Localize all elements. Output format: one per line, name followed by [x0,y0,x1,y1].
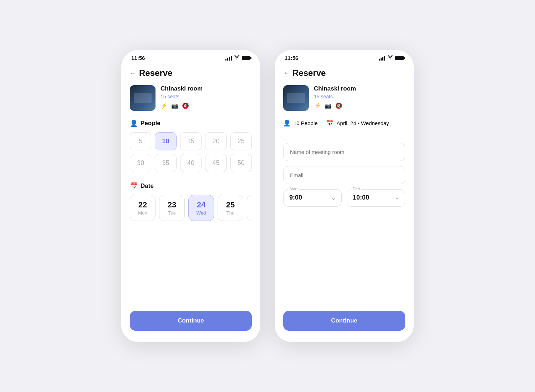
wifi-icon [234,55,240,61]
status-time-2: 11:56 [285,55,298,61]
bluetooth-icon: ⚡ [160,102,168,109]
start-time-value: 9:00 [289,194,302,201]
phone-screen-1: 11:56 ← Reserve [121,50,260,342]
room-card-2: Chinaski room 15 seats ⚡ 📷 🔇 [283,85,405,111]
phone2-content: ← Reserve Chinaski room 15 seats ⚡ 📷 🔇 [275,64,414,342]
page-title-1: Reserve [139,68,172,78]
people-option-45[interactable]: 45 [205,154,226,172]
date-day-tue: Tue [165,210,179,216]
page-title-2: Reserve [292,68,326,78]
people-option-50[interactable]: 50 [230,154,252,172]
phone-screen-2: 11:56 ← Reserve [275,50,414,342]
date-info-icon: 📅 [326,119,334,127]
date-number-24: 24 [194,200,208,210]
date-option-partial[interactable]: 2 F [247,195,252,221]
room-name-2: Chinaski room [314,85,405,92]
date-info-text: April, 24 - Wednesday [337,120,389,126]
battery-icon-2 [395,56,404,60]
continue-button-2[interactable]: Continue [283,311,405,331]
date-day-thu: Thu [224,210,237,216]
signal-icon-2 [379,56,385,61]
date-number-23: 23 [165,200,179,210]
end-time-group: End 10:00 ⌄ [347,189,405,207]
date-option-24[interactable]: 24 Wed [188,195,214,221]
status-bar-2: 11:56 [275,50,414,64]
room-amenities-1: ⚡ 📷 🔇 [160,102,252,109]
start-label: Start [288,187,299,191]
people-option-20[interactable]: 20 [205,132,226,150]
time-row: Start 9:00 ⌄ End 10:00 ⌄ [283,189,405,207]
end-chevron-icon[interactable]: ⌄ [395,195,399,201]
date-section-label: 📅 Date [130,182,252,190]
divider [283,137,405,137]
mute-icon: 🔇 [182,102,189,109]
bluetooth-icon-2: ⚡ [314,102,321,109]
date-info: 📅 April, 24 - Wednesday [326,119,389,127]
signal-icon [225,56,232,61]
status-icons-1 [225,55,250,61]
date-day-wed: Wed [194,210,208,216]
calendar-icon: 📅 [130,182,138,190]
meeting-room-name-input[interactable] [283,143,405,161]
people-option-40[interactable]: 40 [180,154,202,172]
date-scroll: 22 Mon 23 Tue 24 Wed 25 Thu 2 F [130,195,252,222]
continue-button-1[interactable]: Continue [130,311,252,331]
mute-icon-2: 🔇 [335,102,342,109]
people-option-30[interactable]: 30 [130,154,151,172]
date-number-25: 25 [224,200,237,210]
status-time-1: 11:56 [131,55,145,61]
date-number-22: 22 [136,200,149,210]
status-bar-1: 11:56 [121,50,260,64]
people-option-15[interactable]: 15 [180,132,202,150]
room-info-1: Chinaski room 15 seats ⚡ 📷 🔇 [160,85,252,109]
room-card-1: Chinaski room 15 seats ⚡ 📷 🔇 [130,85,252,111]
people-grid: 5 10 15 20 25 30 35 40 45 50 [130,132,252,172]
room-amenities-2: ⚡ 📷 🔇 [314,102,405,109]
people-option-10[interactable]: 10 [155,132,176,150]
start-chevron-icon[interactable]: ⌄ [331,195,336,201]
start-time-group: Start 9:00 ⌄ [283,189,342,207]
date-day-mon: Mon [136,210,149,216]
end-time-value: 10:00 [353,194,369,201]
email-input[interactable] [283,166,405,184]
battery-icon [242,56,250,60]
back-arrow-icon-2[interactable]: ← [283,69,290,77]
people-info: 👤 10 People [283,119,318,127]
people-option-5[interactable]: 5 [130,132,151,150]
back-nav-1: ← Reserve [130,68,252,78]
person-icon: 👤 [130,119,138,127]
room-image-1 [130,85,156,111]
room-info-2: Chinaski room 15 seats ⚡ 📷 🔇 [314,85,405,109]
people-info-icon: 👤 [283,119,291,127]
date-option-23[interactable]: 23 Tue [159,195,185,221]
room-seats-2: 15 seats [314,94,405,99]
info-row: 👤 10 People 📅 April, 24 - Wednesday [283,119,405,127]
room-name-1: Chinaski room [160,85,252,92]
people-option-25[interactable]: 25 [230,132,252,150]
room-image-2 [283,85,309,111]
people-section-label: 👤 People [130,119,252,127]
people-info-text: 10 People [294,120,318,126]
back-nav-2: ← Reserve [283,68,405,78]
phone1-content: ← Reserve Chinaski room 15 seats ⚡ 📷 🔇 [121,64,260,342]
camera-icon: 📷 [171,102,178,109]
date-option-25[interactable]: 25 Thu [218,195,243,221]
wifi-icon-2 [387,55,393,61]
end-label: End [351,187,361,191]
status-icons-2 [379,55,404,61]
people-option-35[interactable]: 35 [155,154,176,172]
camera-icon-2: 📷 [325,102,332,109]
room-seats-1: 15 seats [160,94,252,99]
back-arrow-icon-1[interactable]: ← [130,69,136,77]
date-option-22[interactable]: 22 Mon [130,195,156,221]
